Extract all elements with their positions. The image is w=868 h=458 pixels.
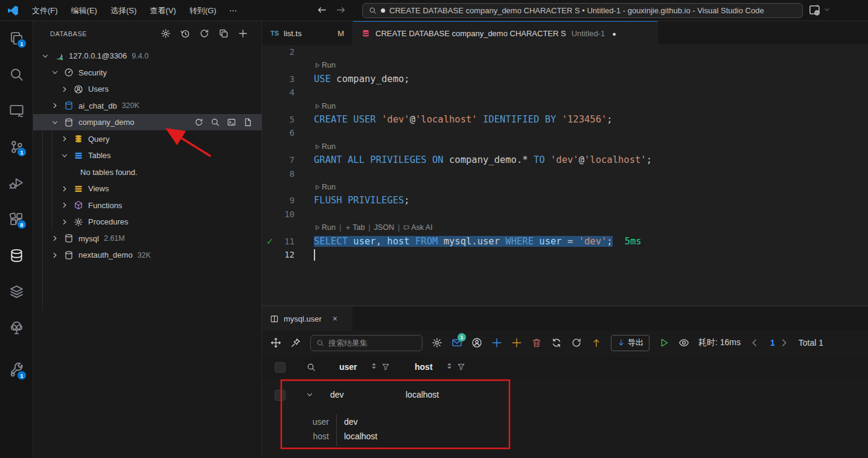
cell-host[interactable]: localhost	[406, 390, 439, 399]
menu-more-button[interactable]: ⋯	[223, 6, 244, 15]
menu-item-5[interactable]: 转到(G)	[183, 0, 223, 21]
command-center[interactable]: CREATE DATABASE company_demo CHARACTER S…	[362, 3, 803, 18]
back-arrow-icon[interactable]	[317, 5, 327, 17]
chevron-down-icon[interactable]	[51, 118, 60, 127]
codelens-run-link[interactable]: Run	[314, 59, 336, 72]
chevron-down-icon[interactable]	[51, 68, 60, 77]
activity-item-explorer[interactable]: 1	[0, 24, 33, 52]
add-row-button[interactable]	[491, 337, 502, 348]
terminal-icon[interactable]	[227, 118, 236, 127]
sort-icon[interactable]	[445, 361, 454, 373]
codelens-run-link[interactable]: Run	[314, 221, 336, 235]
chevron-down-icon[interactable]	[305, 390, 314, 401]
filter-icon[interactable]	[457, 363, 465, 374]
move-button[interactable]	[270, 337, 281, 348]
codelens-ask-ai-link[interactable]: Ask AI	[403, 221, 432, 235]
sync-button[interactable]	[551, 337, 562, 348]
chevron-right-icon[interactable]	[51, 101, 60, 110]
code-text: SELECT user, host FROM mysql.user WHERE …	[314, 235, 642, 249]
chevron-right-icon[interactable]	[60, 185, 70, 193]
tree-item-tables[interactable]: Tables	[33, 147, 262, 164]
tree-item-users[interactable]: Users	[33, 81, 262, 97]
tree-item-company-demo[interactable]: company_demo	[33, 114, 262, 130]
codelens-run-link[interactable]: Run	[314, 100, 336, 113]
chevron-down-icon[interactable]	[41, 52, 51, 60]
menu-item-4[interactable]: 查看(V)	[143, 0, 182, 21]
activity-item-layers[interactable]	[0, 277, 33, 306]
tab-untitled-sql[interactable]: CREATE DATABASE company_demo CHARACTER S…	[353, 21, 658, 45]
search-icon[interactable]	[211, 118, 220, 127]
tree-item-views[interactable]: Views	[33, 180, 262, 197]
copy-icon[interactable]	[219, 28, 229, 39]
codelens-json-link[interactable]: JSON	[374, 221, 394, 235]
tree-item-127-0-0-1-3306[interactable]: 127.0.0.1@33069.4.0	[33, 48, 262, 64]
codelens-run-link[interactable]: Run	[314, 180, 336, 194]
menu-item-2[interactable]: 编辑(E)	[65, 0, 104, 21]
copilot-icon[interactable]	[809, 4, 821, 16]
delete-button[interactable]	[531, 337, 542, 348]
history-icon[interactable]	[180, 28, 190, 39]
account-button[interactable]	[471, 337, 482, 348]
tree-item-no-tables-found-[interactable]: No tables found.	[33, 164, 262, 180]
refresh-icon[interactable]	[199, 28, 209, 39]
commit-up-button[interactable]	[591, 337, 602, 348]
activity-item-source-control[interactable]: 1	[0, 132, 33, 161]
chevron-right-icon[interactable]	[60, 218, 70, 226]
chevron-right-icon[interactable]	[60, 201, 70, 209]
activity-item-project-tree[interactable]	[0, 313, 33, 342]
results-search-input[interactable]	[328, 339, 407, 348]
tree-item-ai-chat-db[interactable]: ai_chat_db320K	[33, 98, 262, 114]
activity-item-extensions[interactable]: 8	[0, 205, 33, 234]
tree-item-nextauth-demo[interactable]: nextauth_demo32K	[33, 247, 262, 263]
chevron-right-icon[interactable]	[51, 251, 60, 259]
page-next-button[interactable]	[779, 337, 790, 348]
cell-user[interactable]: dev	[330, 390, 344, 399]
page-number[interactable]: 1	[770, 338, 775, 348]
activity-item-tools[interactable]: 1	[0, 355, 33, 384]
chevron-down-icon[interactable]	[60, 151, 70, 160]
tree-item-security[interactable]: Security	[33, 65, 262, 81]
pin-button[interactable]	[290, 337, 301, 348]
settings-gear-icon[interactable]	[161, 28, 171, 39]
tab-list-ts[interactable]: TS list.ts M	[262, 21, 353, 45]
search-icon[interactable]	[307, 363, 316, 374]
chevron-right-icon[interactable]	[51, 234, 60, 243]
row-checkbox[interactable]	[275, 390, 286, 401]
settings-button[interactable]	[432, 337, 442, 348]
menu-item-1[interactable]: 文件(F)	[25, 0, 65, 21]
chevron-right-icon[interactable]	[60, 85, 70, 94]
results-search-box[interactable]	[310, 335, 423, 351]
code-editor[interactable]: 2Run3USE company_demo;4Run5CREATE USER '…	[262, 45, 868, 305]
column-header-host[interactable]: host	[415, 362, 433, 372]
select-all-checkbox[interactable]	[275, 362, 286, 373]
export-button[interactable]: 导出	[611, 335, 649, 351]
add-column-button[interactable]	[511, 337, 522, 348]
new-file-icon[interactable]	[243, 118, 252, 127]
run-button[interactable]	[659, 337, 669, 348]
forward-arrow-icon[interactable]	[336, 5, 346, 17]
tree-item-mysql[interactable]: mysql2.61M	[33, 231, 262, 247]
close-icon[interactable]: ×	[333, 314, 337, 323]
page-prev-button[interactable]	[749, 337, 760, 348]
activity-item-run-debug[interactable]	[0, 168, 33, 197]
codelens-tab-link[interactable]: Tab	[345, 221, 365, 235]
activity-item-database[interactable]	[0, 241, 33, 270]
tab-mysql-user[interactable]: mysql.user ×	[262, 307, 353, 331]
column-header-user[interactable]: user	[339, 362, 357, 372]
add-icon[interactable]	[238, 28, 248, 39]
tree-item-functions[interactable]: Functions	[33, 197, 262, 214]
filter-icon[interactable]	[381, 363, 390, 374]
codelens-run-link[interactable]: Run	[314, 140, 336, 154]
mail-button[interactable]: 1	[452, 337, 462, 348]
chevron-down-icon[interactable]	[823, 6, 831, 13]
refresh-icon[interactable]	[194, 118, 203, 127]
menu-item-3[interactable]: 选择(S)	[104, 0, 143, 21]
sort-icon[interactable]	[369, 361, 378, 373]
chevron-right-icon[interactable]	[60, 135, 70, 143]
activity-item-remote-explorer[interactable]	[0, 96, 33, 125]
refresh-button[interactable]	[571, 337, 582, 348]
tree-item-query[interactable]: Query	[33, 131, 262, 147]
activity-item-search[interactable]	[0, 60, 33, 89]
preview-button[interactable]	[678, 337, 689, 348]
tree-item-procedures[interactable]: Procedures	[33, 214, 262, 230]
